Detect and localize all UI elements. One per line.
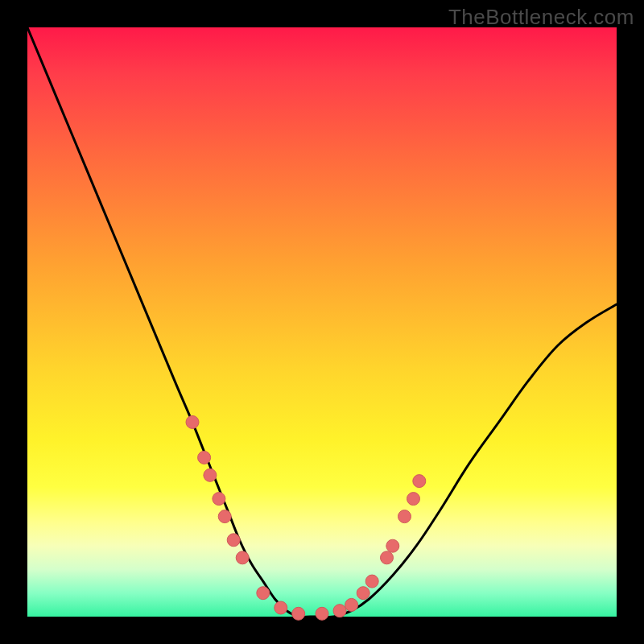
marker-point <box>398 510 411 523</box>
marker-point <box>316 607 328 620</box>
marker-point <box>333 605 346 617</box>
outer-frame: TheBottleneck.com <box>0 0 644 644</box>
marker-point <box>236 551 249 564</box>
marker-point <box>407 493 420 506</box>
marker-point <box>365 575 378 588</box>
marker-point <box>345 598 358 611</box>
marker-point <box>386 539 399 552</box>
marker-point <box>357 587 369 600</box>
marker-point <box>413 475 426 488</box>
marker-point <box>275 601 287 614</box>
marker-point <box>204 469 217 481</box>
bottleneck-curve <box>27 27 617 617</box>
marker-point <box>257 587 270 600</box>
marker-point <box>381 551 394 564</box>
marker-point <box>186 415 199 428</box>
marker-point <box>198 451 211 464</box>
plot-area <box>27 27 617 617</box>
watermark-text: TheBottleneck.com <box>448 5 634 30</box>
marker-point <box>213 493 225 506</box>
marker-point <box>218 510 231 523</box>
marker-point <box>227 534 240 547</box>
highlight-markers <box>186 415 426 620</box>
marker-point <box>292 607 305 620</box>
chart-svg <box>27 27 617 617</box>
